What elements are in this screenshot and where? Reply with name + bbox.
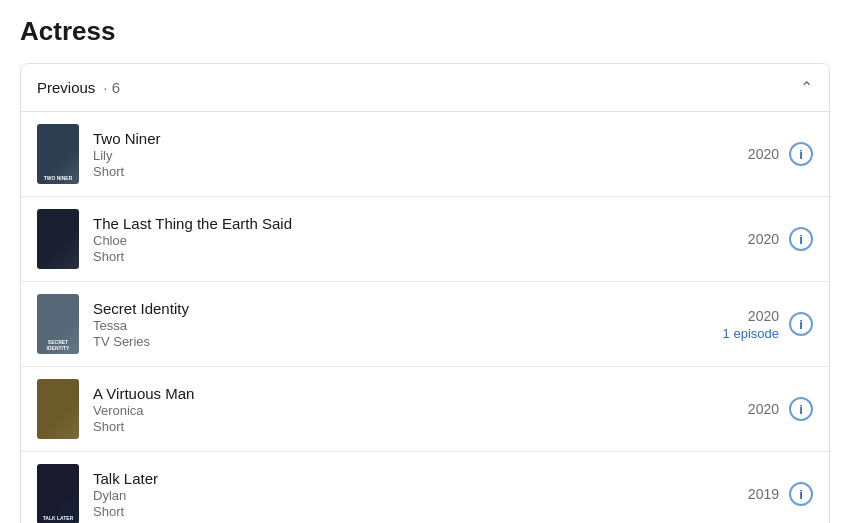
film-info: A Virtuous ManVeronicaShort [93,385,685,434]
film-right: 2020i [699,227,813,251]
film-meta: 20201 episode [699,308,779,341]
page-container: Actress Previous · 6 ⌃ TWO NINERTwo Nine… [0,0,850,523]
film-right: 20201 episodei [699,308,813,341]
film-row: A Virtuous ManVeronicaShort2020i [21,367,829,452]
info-button[interactable]: i [789,227,813,251]
film-role: Tessa [93,318,685,333]
film-poster [37,209,79,269]
film-title: A Virtuous Man [93,385,685,402]
film-poster [37,379,79,439]
film-poster: TWO NINER [37,124,79,184]
section-header-separator: · 6 [103,79,120,96]
film-title: Secret Identity [93,300,685,317]
film-title: Talk Later [93,470,685,487]
section-header-label: Previous [37,79,95,96]
film-meta: 2019 [699,486,779,502]
film-right: 2020i [699,397,813,421]
section-header-left: Previous · 6 [37,79,120,96]
info-button[interactable]: i [789,482,813,506]
film-row: The Last Thing the Earth SaidChloeShort2… [21,197,829,282]
page-title: Actress [20,16,830,47]
film-type: Short [93,249,685,264]
film-right: 2019i [699,482,813,506]
film-info: Talk LaterDylanShort [93,470,685,519]
film-row: SECRET IDENTITYSecret IdentityTessaTV Se… [21,282,829,367]
film-row: TWO NINERTwo NinerLilyShort2020i [21,112,829,197]
film-poster: TALK LATER [37,464,79,523]
film-year: 2020 [748,308,779,324]
film-role: Dylan [93,488,685,503]
film-info: Secret IdentityTessaTV Series [93,300,685,349]
film-title: The Last Thing the Earth Said [93,215,685,232]
film-year: 2019 [748,486,779,502]
film-type: Short [93,164,685,179]
film-role: Lily [93,148,685,163]
film-episode: 1 episode [723,326,779,341]
film-meta: 2020 [699,231,779,247]
film-type: Short [93,419,685,434]
info-button[interactable]: i [789,142,813,166]
info-button[interactable]: i [789,397,813,421]
film-list: TWO NINERTwo NinerLilyShort2020iThe Last… [21,112,829,523]
filmography-section: Previous · 6 ⌃ TWO NINERTwo NinerLilySho… [20,63,830,523]
film-year: 2020 [748,401,779,417]
film-meta: 2020 [699,146,779,162]
film-title: Two Niner [93,130,685,147]
film-poster: SECRET IDENTITY [37,294,79,354]
section-header[interactable]: Previous · 6 ⌃ [21,64,829,112]
film-info: Two NinerLilyShort [93,130,685,179]
film-year: 2020 [748,231,779,247]
film-info: The Last Thing the Earth SaidChloeShort [93,215,685,264]
film-right: 2020i [699,142,813,166]
film-row: TALK LATERTalk LaterDylanShort2019i [21,452,829,523]
film-type: Short [93,504,685,519]
film-year: 2020 [748,146,779,162]
film-type: TV Series [93,334,685,349]
film-role: Chloe [93,233,685,248]
chevron-up-icon: ⌃ [800,78,813,97]
film-meta: 2020 [699,401,779,417]
film-role: Veronica [93,403,685,418]
info-button[interactable]: i [789,312,813,336]
